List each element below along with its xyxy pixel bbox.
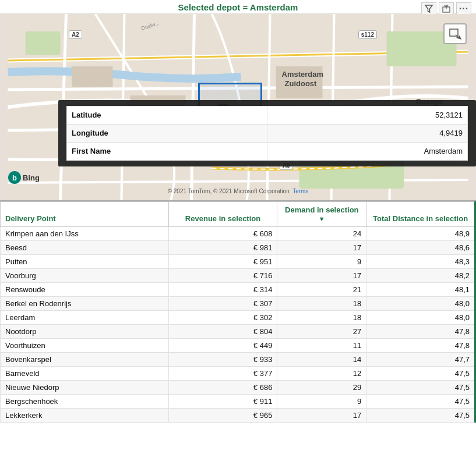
cell-demand: 12 [277,367,366,381]
panel-header: Selected depot = Amsterdam ··· [0,0,476,14]
cell-revenue: € 981 [168,241,277,255]
table-row: Nootdorp € 804 27 47,8 [1,325,475,339]
cell-revenue: € 716 [168,269,277,283]
bing-text: Bing [23,173,40,182]
cell-demand: 17 [277,409,366,423]
map-tooltip: Latitude 52,3121 Longitude 4,9419 First … [58,100,476,166]
cell-revenue: € 911 [168,395,277,409]
table-row: Bergschenhoek € 911 9 47,5 [1,395,475,409]
cell-demand: 27 [277,325,366,339]
cell-delivery-point: Berkel en Rodenrijs [1,297,169,311]
svg-marker-0 [425,5,432,12]
svg-rect-29 [450,29,458,36]
cell-delivery-point: Renswoude [1,283,169,297]
tooltip-longitude-label: Longitude [67,125,267,143]
table-row: Putten € 951 9 48,3 [1,255,475,269]
cell-revenue: € 951 [168,255,277,269]
table-row: Bovenkarspel € 933 14 47,7 [1,353,475,367]
svg-rect-17 [26,31,61,55]
terms-link[interactable]: Terms [292,188,308,194]
cell-delivery-point: Barneveld [1,367,169,381]
cell-distance: 47,5 [366,367,475,381]
cell-demand: 21 [277,283,366,297]
cell-distance: 47,5 [366,381,475,395]
cell-delivery-point: Krimpen aan den IJss [1,227,169,241]
road-badge-s112: s112 [358,30,377,39]
cell-delivery-point: Voorthuizen [1,339,169,353]
table-row: Voorthuizen € 449 11 47,8 [1,339,475,353]
table-wrapper[interactable]: Delivery Point Revenue in selection Dema… [0,201,476,461]
delivery-table: Delivery Point Revenue in selection Dema… [0,201,476,423]
cell-delivery-point: Bergschenhoek [1,395,169,409]
cell-distance: 48,1 [366,283,475,297]
table-header-row: Delivery Point Revenue in selection Dema… [1,202,475,227]
cell-revenue: € 302 [168,311,277,325]
table-row: Barneveld € 377 12 47,5 [1,367,475,381]
cell-distance: 48,9 [366,227,475,241]
table-row: Lekkerkerk € 965 17 47,5 [1,409,475,423]
cell-distance: 47,5 [366,409,475,423]
svg-text:Zuidoost: Zuidoost [285,79,318,88]
map-copyright: © 2021 TomTom, © 2021 Microsoft Corporat… [168,188,309,194]
cell-distance: 48,6 [366,241,475,255]
cell-demand: 14 [277,353,366,367]
filter-icon[interactable] [421,2,436,15]
tooltip-longitude-value: 4,9419 [267,125,468,143]
table-row: Leerdam € 302 18 48,0 [1,311,475,325]
table-row: Berkel en Rodenrijs € 307 18 48,0 [1,297,475,311]
cell-revenue: € 314 [168,283,277,297]
cell-distance: 47,7 [366,353,475,367]
col-demand[interactable]: Demand in selection ▼ [277,202,366,227]
tooltip-firstname-value: Amsterdam [267,143,468,161]
map-area: Amsterdam Zuidoost Gaaspe Daalw... Karsp… [0,14,476,200]
tooltip-latitude-value: 52,3121 [267,107,468,125]
cell-demand: 18 [277,297,366,311]
cell-demand: 9 [277,255,366,269]
cell-distance: 48,0 [366,297,475,311]
cell-demand: 11 [277,339,366,353]
cell-distance: 47,8 [366,325,475,339]
table-row: Beesd € 981 17 48,6 [1,241,475,255]
export-icon[interactable] [439,2,454,15]
cell-distance: 48,2 [366,269,475,283]
road-badge-a2: A2 [69,30,82,39]
svg-rect-19 [72,66,113,87]
cell-revenue: € 608 [168,227,277,241]
cell-revenue: € 965 [168,409,277,423]
header-actions: ··· [421,2,471,15]
cell-demand: 18 [277,311,366,325]
cell-distance: 48,3 [366,255,475,269]
cell-distance: 47,5 [366,395,475,409]
table-row: Voorburg € 716 17 48,2 [1,269,475,283]
cell-revenue: € 377 [168,367,277,381]
col-revenue[interactable]: Revenue in selection [168,202,277,227]
cell-revenue: € 449 [168,339,277,353]
cell-distance: 48,0 [366,311,475,325]
cell-demand: 24 [277,227,366,241]
col-distance[interactable]: Total Distance in selection [366,202,475,227]
data-table-section: Delivery Point Revenue in selection Dema… [0,200,476,461]
cell-demand: 9 [277,395,366,409]
svg-text:Amsterdam: Amsterdam [282,70,324,79]
cell-delivery-point: Beesd [1,241,169,255]
cell-delivery-point: Lekkerkerk [1,409,169,423]
cell-delivery-point: Putten [1,255,169,269]
table-row: Nieuwe Niedorp € 686 29 47,5 [1,381,475,395]
more-options-icon[interactable]: ··· [456,2,471,15]
cell-distance: 47,8 [366,339,475,353]
tooltip-firstname-label: First Name [67,143,267,161]
cell-revenue: € 804 [168,325,277,339]
sort-desc-icon: ▼ [319,215,325,222]
table-row: Krimpen aan den IJss € 608 24 48,9 [1,227,475,241]
cell-revenue: € 686 [168,381,277,395]
cell-delivery-point: Leerdam [1,311,169,325]
cell-demand: 29 [277,381,366,395]
panel-title: Selected depot = Amsterdam [0,2,476,12]
selection-tool-button[interactable] [443,23,467,44]
col-delivery-point[interactable]: Delivery Point [1,202,169,227]
cell-delivery-point: Nootdorp [1,325,169,339]
cell-delivery-point: Voorburg [1,269,169,283]
cell-delivery-point: Bovenkarspel [1,353,169,367]
tooltip-latitude-label: Latitude [67,107,267,125]
cell-demand: 17 [277,269,366,283]
